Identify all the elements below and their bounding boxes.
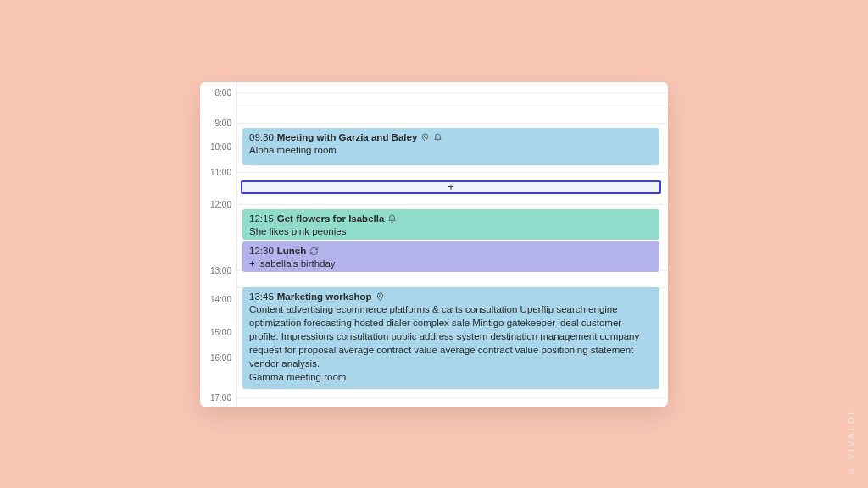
calendar-day-view: 8:00 9:00 10:00 11:00 12:00 13:00 14:00 … — [200, 82, 668, 407]
calendar-event[interactable]: 12:15 Get flowers for Isabella She likes… — [242, 209, 659, 240]
hour-label: 14:00 — [210, 294, 231, 303]
hour-line — [237, 204, 668, 205]
event-title: Marketing workshop — [277, 291, 372, 304]
plus-icon: + — [448, 181, 454, 192]
add-event-slot[interactable]: + — [241, 180, 661, 194]
hour-label: 15:00 — [210, 327, 231, 336]
hour-label: 10:00 — [210, 141, 231, 151]
hour-label: 9:00 — [215, 118, 231, 127]
calendar-grid[interactable]: 09:30 Meeting with Garzia and Baley Alph… — [237, 82, 668, 407]
event-title: Get flowers for Isabella — [277, 213, 385, 226]
hour-line — [237, 172, 668, 173]
location-pin-icon — [376, 292, 385, 302]
event-title: Lunch — [277, 245, 307, 258]
calendar-event[interactable]: 13:45 Marketing workshop Content adverti… — [242, 287, 659, 389]
hour-label: 17:00 — [210, 392, 231, 402]
bell-icon — [387, 214, 397, 224]
hour-label: 13:00 — [210, 265, 231, 274]
event-time: 12:30 — [249, 245, 274, 258]
recurring-icon — [309, 247, 319, 256]
event-extra: + Isabella's birthday — [249, 258, 653, 271]
event-description: Content advertising ecommerce platforms … — [249, 303, 653, 370]
event-description: She likes pink peonies — [249, 225, 653, 239]
brand-watermark: © VIVALDI — [847, 410, 856, 476]
hour-label: 8:00 — [215, 87, 231, 97]
hour-line — [237, 108, 668, 108]
calendar-event[interactable]: 12:30 Lunch + Isabella's birthday — [242, 241, 659, 272]
hour-label: 12:00 — [210, 199, 231, 208]
time-gutter: 8:00 9:00 10:00 11:00 12:00 13:00 14:00 … — [200, 82, 237, 407]
calendar-event[interactable]: 09:30 Meeting with Garzia and Baley Alph… — [242, 128, 659, 165]
event-time: 09:30 — [249, 131, 274, 145]
event-location: Gamma meeting room — [249, 371, 653, 385]
hour-line — [237, 92, 668, 93]
event-time: 12:15 — [249, 213, 274, 226]
location-pin-icon — [420, 133, 430, 142]
event-time: 13:45 — [249, 291, 274, 304]
hour-line — [237, 397, 668, 398]
event-title: Meeting with Garzia and Baley — [277, 131, 418, 145]
svg-point-0 — [425, 136, 426, 137]
hour-label: 11:00 — [210, 167, 231, 176]
hour-line — [237, 123, 668, 124]
svg-point-1 — [379, 295, 381, 297]
hour-label: 16:00 — [210, 352, 231, 362]
bell-icon — [433, 133, 442, 142]
event-location: Alpha meeting room — [249, 144, 653, 158]
